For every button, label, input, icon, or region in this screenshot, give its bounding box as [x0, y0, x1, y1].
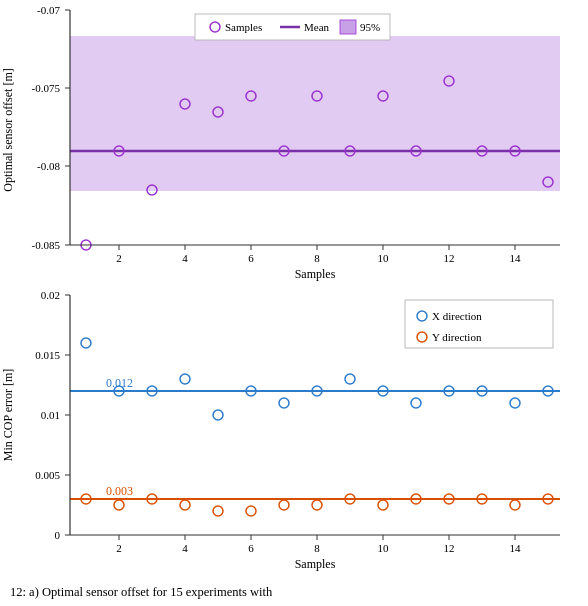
x-tick-label: 14	[510, 542, 522, 554]
y-label-chart1: -0.08	[37, 160, 60, 172]
dot-x-chart2	[345, 374, 355, 384]
dot-x-chart2	[81, 338, 91, 348]
y-label-chart1: -0.085	[32, 239, 61, 251]
legend-x-label: X direction	[432, 310, 482, 322]
x-tick-label: 8	[314, 252, 320, 264]
y-label-chart2: 0.01	[41, 409, 60, 421]
dot-y-chart2	[510, 500, 520, 510]
x-tick-label: 2	[116, 252, 122, 264]
dot-y-chart2	[378, 500, 388, 510]
y-axis-label-chart1: Optimal sensor offset [m]	[1, 68, 15, 191]
legend-samples-label: Samples	[225, 21, 262, 33]
x-mean-value-label: 0.012	[106, 376, 133, 390]
y-axis-label-chart2: Min COP error [m]	[1, 369, 15, 462]
dot-y-chart2	[279, 500, 289, 510]
x-tick-label: 2	[116, 542, 122, 554]
x-tick-label: 4	[182, 542, 188, 554]
x-axis-label-chart1: Samples	[295, 267, 336, 281]
x-tick-label: 6	[248, 252, 254, 264]
caption: 12: a) Optimal sensor offset for 15 expe…	[10, 585, 273, 599]
y-mean-value-label: 0.003	[106, 484, 133, 498]
dot-x-chart2	[213, 410, 223, 420]
legend-ci-label: 95%	[360, 21, 380, 33]
legend-y-label: Y direction	[432, 331, 482, 343]
x-tick-label: 6	[248, 542, 254, 554]
dot-y-chart2	[180, 500, 190, 510]
dot-y-chart2	[246, 506, 256, 516]
y-label-chart2: 0	[55, 529, 61, 541]
dot-x-chart2	[411, 398, 421, 408]
y-label-chart2: 0.02	[41, 289, 60, 301]
x-tick-label: 14	[510, 252, 522, 264]
legend-mean-label: Mean	[304, 21, 330, 33]
legend-ci-box	[340, 20, 356, 34]
x-tick-label: 4	[182, 252, 188, 264]
dot-y-chart2	[312, 500, 322, 510]
dot-x-chart2	[510, 398, 520, 408]
y-label-chart2: 0.015	[35, 349, 60, 361]
x-tick-label: 8	[314, 542, 320, 554]
x-tick-label: 10	[378, 252, 390, 264]
x-tick-label: 12	[444, 542, 455, 554]
x-tick-label: 12	[444, 252, 455, 264]
main-container: -0.07 -0.075 -0.08 -0.085 2 4 6 8 10 12 …	[0, 0, 588, 606]
dot-y-chart2	[213, 506, 223, 516]
y-label-chart1: -0.075	[32, 82, 61, 94]
x-tick-label: 10	[378, 542, 390, 554]
ci-band	[70, 36, 560, 191]
y-label-chart1: -0.07	[37, 4, 60, 16]
dot-y-chart2	[114, 500, 124, 510]
x-axis-label-chart2: Samples	[295, 557, 336, 571]
dot-x-chart2	[180, 374, 190, 384]
charts-svg: -0.07 -0.075 -0.08 -0.085 2 4 6 8 10 12 …	[0, 0, 588, 606]
dot-x-chart2	[279, 398, 289, 408]
y-label-chart2: 0.005	[35, 469, 60, 481]
